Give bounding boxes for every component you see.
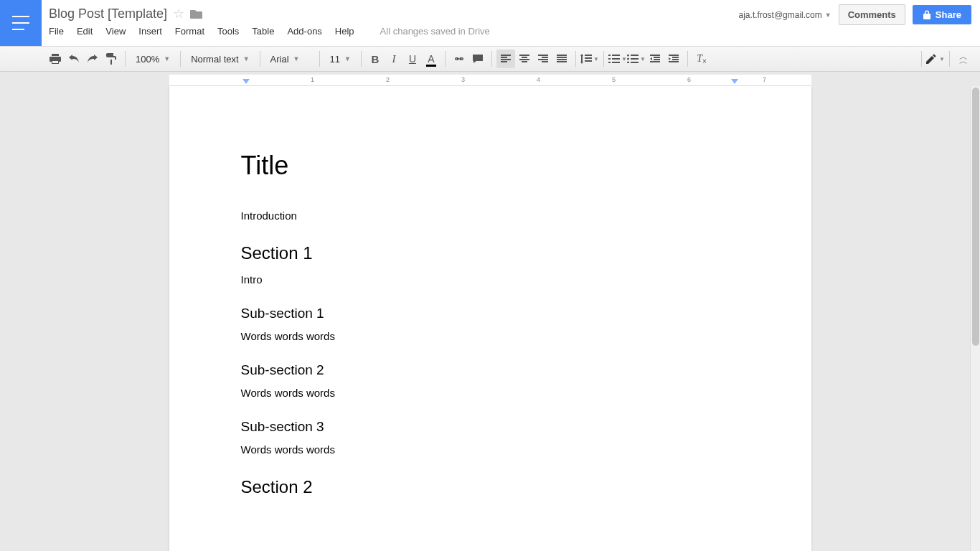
doc-heading-section[interactable]: Section 1 bbox=[241, 243, 740, 263]
menu-tools[interactable]: Tools bbox=[217, 26, 239, 37]
svg-point-2 bbox=[627, 62, 629, 64]
line-spacing-icon[interactable]: ▼ bbox=[580, 50, 599, 68]
header-bar: Blog Post [Template] ☆ File Edit View In… bbox=[0, 0, 980, 46]
align-right-icon[interactable] bbox=[534, 50, 552, 68]
save-status: All changes saved in Drive bbox=[380, 26, 490, 37]
bullet-list-icon[interactable]: ▼ bbox=[627, 50, 646, 68]
outdent-icon[interactable] bbox=[646, 50, 664, 68]
share-button[interactable]: Share bbox=[913, 5, 971, 24]
folder-icon[interactable] bbox=[190, 9, 203, 19]
ruler[interactable]: 1 2 3 4 5 6 7 bbox=[169, 75, 811, 86]
menu-edit[interactable]: Edit bbox=[77, 26, 93, 37]
ruler-tick: 1 bbox=[311, 76, 314, 83]
doc-paragraph[interactable]: Words words words bbox=[241, 330, 740, 342]
doc-heading-subsection[interactable]: Sub-section 1 bbox=[241, 306, 740, 321]
ruler-indent-left-icon[interactable] bbox=[242, 79, 250, 84]
menu-addons[interactable]: Add-ons bbox=[287, 26, 321, 37]
paint-format-icon[interactable] bbox=[102, 50, 121, 68]
account-email[interactable]: aja.t.frost@gmail.com ▼ bbox=[739, 10, 831, 20]
menu-table[interactable]: Table bbox=[252, 26, 274, 37]
document-title[interactable]: Blog Post [Template] bbox=[49, 6, 167, 22]
comment-icon[interactable] bbox=[468, 50, 487, 68]
docs-logo-icon bbox=[12, 16, 29, 30]
align-center-icon[interactable] bbox=[515, 50, 534, 68]
ruler-indent-right-icon[interactable] bbox=[731, 79, 738, 84]
undo-icon[interactable] bbox=[65, 50, 83, 68]
scrollbar-vertical[interactable] bbox=[970, 86, 980, 551]
menu-view[interactable]: View bbox=[105, 26, 126, 37]
clear-formatting-icon[interactable]: T× bbox=[692, 50, 711, 68]
menubar: File Edit View Insert Format Tools Table… bbox=[49, 26, 974, 37]
zoom-select[interactable]: 100%▼ bbox=[130, 50, 176, 68]
print-icon[interactable] bbox=[46, 50, 65, 68]
menu-format[interactable]: Format bbox=[175, 26, 204, 37]
ruler-tick: 6 bbox=[687, 76, 691, 83]
lock-icon bbox=[923, 10, 931, 20]
doc-paragraph[interactable]: Words words words bbox=[241, 443, 740, 456]
menu-help[interactable]: Help bbox=[335, 26, 354, 37]
scrollbar-thumb[interactable] bbox=[972, 88, 979, 346]
toolbar: 100%▼ Normal text▼ Arial▼ 11▼ B I U A ▼ … bbox=[0, 46, 980, 72]
doc-paragraph[interactable]: Words words words bbox=[241, 387, 740, 399]
text-color-icon[interactable]: A bbox=[422, 50, 440, 68]
page[interactable]: Title Introduction Section 1 Intro Sub-s… bbox=[169, 86, 811, 551]
editing-mode-icon[interactable]: ▼ bbox=[926, 50, 945, 68]
ruler-tick: 5 bbox=[612, 76, 616, 83]
ruler-area: 1 2 3 4 5 6 7 bbox=[0, 75, 980, 86]
font-select[interactable]: Arial▼ bbox=[265, 50, 315, 68]
document-canvas[interactable]: Title Introduction Section 1 Intro Sub-s… bbox=[0, 86, 980, 551]
align-left-icon[interactable] bbox=[496, 50, 515, 68]
menu-insert[interactable]: Insert bbox=[138, 26, 162, 37]
menu-file[interactable]: File bbox=[49, 26, 64, 37]
link-icon[interactable] bbox=[450, 50, 468, 68]
ruler-tick: 4 bbox=[537, 76, 540, 83]
star-icon[interactable]: ☆ bbox=[173, 6, 184, 22]
doc-heading-subsection[interactable]: Sub-section 3 bbox=[241, 419, 740, 435]
ruler-tick: 2 bbox=[386, 76, 390, 83]
underline-icon[interactable]: U bbox=[403, 50, 422, 68]
align-justify-icon[interactable] bbox=[552, 50, 571, 68]
redo-icon[interactable] bbox=[83, 50, 102, 68]
doc-heading-title[interactable]: Title bbox=[241, 151, 740, 181]
comments-button[interactable]: Comments bbox=[839, 4, 905, 25]
bold-icon[interactable]: B bbox=[366, 50, 385, 68]
docs-logo[interactable] bbox=[0, 0, 42, 46]
ruler-tick: 3 bbox=[461, 76, 465, 83]
italic-icon[interactable]: I bbox=[385, 50, 403, 68]
account-email-text: aja.t.frost@gmail.com bbox=[739, 10, 822, 20]
ruler-tick: 7 bbox=[763, 76, 766, 83]
doc-paragraph[interactable]: Introduction bbox=[241, 209, 740, 222]
doc-paragraph[interactable]: Intro bbox=[241, 273, 740, 286]
doc-heading-subsection[interactable]: Sub-section 2 bbox=[241, 362, 740, 378]
indent-icon[interactable] bbox=[664, 50, 683, 68]
svg-point-1 bbox=[627, 58, 629, 60]
caret-down-icon: ▼ bbox=[825, 11, 831, 19]
style-select[interactable]: Normal text▼ bbox=[185, 50, 255, 68]
font-size-select[interactable]: 11▼ bbox=[324, 50, 357, 68]
svg-point-0 bbox=[627, 55, 629, 57]
numbered-list-icon[interactable]: ▼ bbox=[608, 50, 627, 68]
share-label: Share bbox=[936, 9, 961, 20]
collapse-toolbar-icon[interactable]: ︿︿ bbox=[954, 50, 973, 68]
doc-heading-section[interactable]: Section 2 bbox=[241, 477, 740, 497]
